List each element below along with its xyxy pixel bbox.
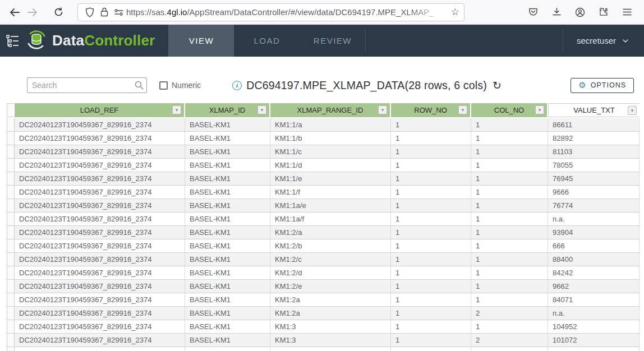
tab-review[interactable]: REVIEW [300,25,365,57]
cell-xlmap-range-id[interactable]: KM1:2a [270,307,391,320]
tab-view[interactable]: VIEW [168,25,234,57]
user-menu[interactable]: secretuser [563,25,644,57]
column-header-xlmap-range-id[interactable]: XLMAP_RANGE_ID▾ [270,103,391,117]
filter-icon[interactable]: ▾ [535,105,544,114]
cell-col-no[interactable]: 1 [471,213,548,225]
cell-xlmap-range-id[interactable]: KM1:1/c [270,145,391,158]
cell-load-ref[interactable]: DC20240123T190459367_829916_2374 [15,226,185,239]
app-logo[interactable]: DataController [26,25,168,57]
cell-xlmap-id[interactable]: BASEL-KM1 [185,186,270,198]
cell-value-txt[interactable]: 93904 [548,226,640,239]
table-row[interactable]: DC20240123T190459367_829916_2374BASEL-KM… [7,132,640,145]
cell-xlmap-range-id[interactable]: KM1:1/f [270,186,391,198]
cell-load-ref[interactable]: DC20240123T190459367_829916_2374 [15,280,185,293]
permissions-icon[interactable] [112,5,126,20]
cell-col-no[interactable]: 1 [471,226,548,239]
table-row[interactable]: DC20240123T190459367_829916_2374BASEL-KM… [7,213,640,226]
cell-xlmap-range-id[interactable]: KM1:1a/e [270,199,391,212]
refresh-icon[interactable]: ↻ [493,80,502,91]
cell-value-txt[interactable]: 82892 [548,132,640,145]
cell-load-ref[interactable]: DC20240123T190459367_829916_2374 [15,253,185,266]
cell-row-no[interactable]: 1 [391,266,471,279]
numeric-checkbox[interactable] [159,81,168,90]
cell-xlmap-id[interactable]: BASEL-KM1 [185,334,270,347]
table-row[interactable]: DC20240123T190459367_829916_2374BASEL-KM… [7,145,640,159]
cell-xlmap-range-id[interactable]: KM1:1/a [270,118,391,131]
cell-value-txt[interactable]: n.a. [548,213,640,225]
cell-row-no[interactable]: 1 [391,280,471,293]
cell-xlmap-range-id[interactable]: KM1:2a [270,293,391,306]
table-row[interactable]: DC20240123T190459367_829916_2374BASEL-KM… [7,347,640,351]
row-handle[interactable] [7,172,15,185]
cell-load-ref[interactable]: DC20240123T190459367_829916_2374 [15,334,185,347]
cell-row-no[interactable]: 1 [391,159,471,172]
cell-row-no[interactable]: 1 [391,320,471,333]
cell-value-txt[interactable]: 76945 [548,172,640,185]
cell-xlmap-range-id[interactable]: KM1:2/d [270,266,391,279]
row-handle[interactable] [7,199,15,212]
menu-icon[interactable] [619,4,635,20]
cell-xlmap-id[interactable]: BASEL-KM1 [185,145,270,158]
row-handle[interactable] [7,347,15,351]
cell-load-ref[interactable]: DC20240123T190459367_829916_2374 [15,266,185,279]
table-row[interactable]: DC20240123T190459367_829916_2374BASEL-KM… [7,253,640,266]
table-row[interactable]: DC20240123T190459367_829916_2374BASEL-KM… [7,280,640,293]
cell-load-ref[interactable]: DC20240123T190459367_829916_2374 [15,239,185,252]
filter-icon[interactable]: ▾ [172,105,181,114]
row-handle[interactable] [7,186,15,198]
cell-row-no[interactable]: 1 [391,347,471,351]
row-handle[interactable] [7,159,15,172]
cell-xlmap-id[interactable]: BASEL-KM1 [185,239,270,252]
filter-icon[interactable]: ▾ [628,106,637,115]
cell-xlmap-id[interactable]: BASEL-KM1 [185,293,270,306]
tab-load[interactable]: LOAD [234,25,300,57]
cell-row-no[interactable]: 1 [391,307,471,320]
cell-col-no[interactable]: 2 [471,307,548,320]
cell-value-txt[interactable]: 9666 [548,186,640,198]
table-row[interactable]: DC20240123T190459367_829916_2374BASEL-KM… [7,172,640,186]
cell-load-ref[interactable]: DC20240123T190459367_829916_2374 [15,199,185,212]
table-row[interactable]: DC20240123T190459367_829916_2374BASEL-KM… [7,239,640,253]
cell-xlmap-id[interactable]: BASEL-KM1 [185,320,270,333]
cell-xlmap-range-id[interactable]: KM1:3 [270,347,391,351]
cell-xlmap-id[interactable]: BASEL-KM1 [185,199,270,212]
row-handle[interactable] [7,118,15,131]
cell-load-ref[interactable]: DC20240123T190459367_829916_2374 [15,159,185,172]
row-handle[interactable] [7,266,15,279]
table-row[interactable]: DC20240123T190459367_829916_2374BASEL-KM… [7,293,640,307]
cell-load-ref[interactable]: DC20240123T190459367_829916_2374 [15,293,185,306]
bookmark-star-icon[interactable]: ☆ [448,6,459,18]
table-row[interactable]: DC20240123T190459367_829916_2374BASEL-KM… [7,334,640,347]
cell-value-txt[interactable]: 99548 [548,347,640,351]
cell-xlmap-range-id[interactable]: KM1:3 [270,334,391,347]
cell-xlmap-id[interactable]: BASEL-KM1 [185,253,270,266]
table-row[interactable]: DC20240123T190459367_829916_2374BASEL-KM… [7,199,640,213]
table-row[interactable]: DC20240123T190459367_829916_2374BASEL-KM… [7,266,640,280]
filter-icon[interactable]: ▾ [257,105,266,114]
lock-icon[interactable] [97,5,112,20]
cell-value-txt[interactable]: 86611 [548,118,640,131]
row-handle[interactable] [7,145,15,158]
cell-value-txt[interactable]: 101072 [548,334,640,347]
cell-col-no[interactable]: 1 [471,280,548,293]
account-icon[interactable] [572,4,588,20]
column-header-load-ref[interactable]: LOAD_REF▾ [15,103,185,117]
cell-row-no[interactable]: 1 [391,145,471,158]
table-row[interactable]: DC20240123T190459367_829916_2374BASEL-KM… [7,226,640,239]
cell-col-no[interactable]: 1 [471,159,548,172]
url-bar[interactable]: https://sas.4gl.io/AppStream/DataControl… [77,3,464,21]
table-row[interactable]: DC20240123T190459367_829916_2374BASEL-KM… [7,320,640,334]
cell-xlmap-range-id[interactable]: KM1:3 [270,320,391,333]
row-handle[interactable] [7,132,15,145]
cell-xlmap-range-id[interactable]: KM1:2/b [270,239,391,252]
row-handle[interactable] [7,280,15,293]
cell-xlmap-range-id[interactable]: KM1:1/b [270,132,391,145]
cell-xlmap-range-id[interactable]: KM1:2/e [270,280,391,293]
cell-col-no[interactable]: 3 [471,347,548,351]
cell-value-txt[interactable]: n.a. [548,307,640,320]
row-handle[interactable] [7,253,15,266]
table-row[interactable]: DC20240123T190459367_829916_2374BASEL-KM… [7,159,640,172]
cell-row-no[interactable]: 1 [391,132,471,145]
cell-col-no[interactable]: 1 [471,293,548,306]
cell-xlmap-range-id[interactable]: KM1:1a/f [270,213,391,225]
